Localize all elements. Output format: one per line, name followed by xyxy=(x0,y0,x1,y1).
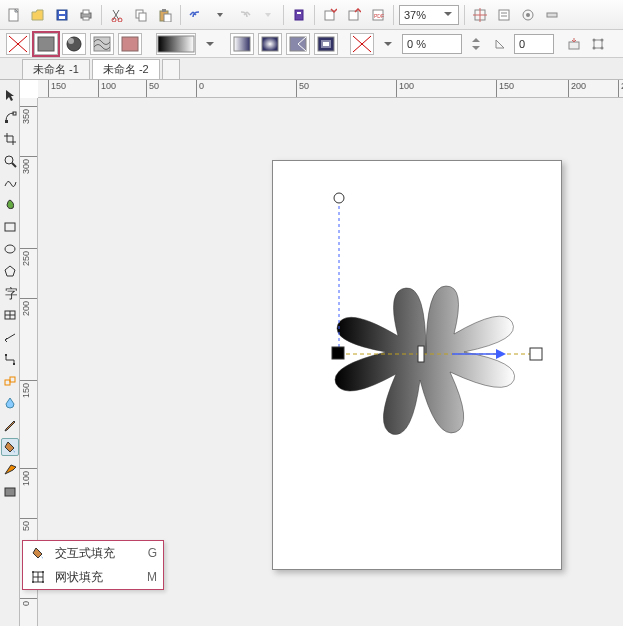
svg-rect-17 xyxy=(349,11,358,20)
svg-rect-14 xyxy=(295,10,303,20)
svg-point-48 xyxy=(601,38,604,41)
open-button[interactable] xyxy=(27,4,49,26)
text-tool[interactable]: 字 xyxy=(1,284,19,302)
svg-point-33 xyxy=(68,38,74,44)
grad-type-conical[interactable] xyxy=(286,33,310,55)
more-button[interactable] xyxy=(541,4,563,26)
tab-more[interactable] xyxy=(162,59,180,79)
ellipse-tool[interactable] xyxy=(1,240,19,258)
separator xyxy=(314,5,315,25)
print-button[interactable] xyxy=(75,4,97,26)
fill-pattern-swatch[interactable] xyxy=(90,33,114,55)
outline-tool[interactable] xyxy=(1,460,19,478)
fill-tool[interactable] xyxy=(1,482,19,500)
svg-rect-36 xyxy=(158,36,194,52)
svg-text:PDF: PDF xyxy=(374,13,384,19)
angle-icon xyxy=(489,33,511,55)
tab-doc-2[interactable]: 未命名 -2 xyxy=(92,59,160,79)
grad-type-radial[interactable] xyxy=(258,33,282,55)
tab-label: 未命名 -1 xyxy=(33,62,79,77)
fill-fountain-swatch[interactable] xyxy=(62,33,86,55)
chevron-down-icon xyxy=(444,11,454,19)
import-button[interactable] xyxy=(319,4,341,26)
smart-fill-tool[interactable] xyxy=(1,196,19,214)
grad-type-square[interactable] xyxy=(314,33,338,55)
horizontal-ruler: 15010050050100150200250 xyxy=(38,80,623,98)
paste-button[interactable] xyxy=(154,4,176,26)
svg-point-49 xyxy=(593,46,596,49)
gradient-preset[interactable] xyxy=(156,33,196,55)
fill-texture-swatch[interactable] xyxy=(118,33,142,55)
separator xyxy=(393,5,394,25)
copy-button[interactable] xyxy=(130,4,152,26)
node-position-spinner[interactable]: 0 % xyxy=(402,34,462,54)
zoom-combo[interactable]: 37% xyxy=(399,5,459,25)
svg-rect-64 xyxy=(5,380,10,385)
dimension-tool[interactable] xyxy=(1,328,19,346)
svg-point-77 xyxy=(32,571,34,573)
snap-button[interactable] xyxy=(469,4,491,26)
svg-text:字: 字 xyxy=(5,286,17,300)
property-bar: 0 % 0 xyxy=(0,30,623,58)
spinner-up-icon[interactable] xyxy=(465,33,487,55)
tab-label: 未命名 -2 xyxy=(103,62,149,77)
svg-rect-38 xyxy=(262,37,278,51)
flyout-shortcut: M xyxy=(147,570,157,584)
save-button[interactable] xyxy=(51,4,73,26)
blend-tool[interactable] xyxy=(1,372,19,390)
node-color-dropdown[interactable] xyxy=(377,33,399,55)
undo-dropdown[interactable] xyxy=(209,4,231,26)
tab-doc-1[interactable]: 未命名 -1 xyxy=(22,59,90,79)
options-button[interactable] xyxy=(493,4,515,26)
new-button[interactable] xyxy=(3,4,25,26)
svg-rect-6 xyxy=(83,17,89,20)
freehand-tool[interactable] xyxy=(1,174,19,192)
angle-value: 0 xyxy=(519,38,525,50)
svg-rect-23 xyxy=(499,10,509,20)
fill-none-swatch[interactable] xyxy=(6,33,30,55)
connector-tool[interactable] xyxy=(1,350,19,368)
svg-point-78 xyxy=(42,571,44,573)
svg-rect-35 xyxy=(122,37,138,51)
svg-point-47 xyxy=(593,38,596,41)
zoom-tool[interactable] xyxy=(1,152,19,170)
copy-fill-button[interactable] xyxy=(563,33,585,55)
launch-button[interactable] xyxy=(517,4,539,26)
rectangle-tool[interactable] xyxy=(1,218,19,236)
flyout-interactive-fill[interactable]: 交互式填充 G xyxy=(23,541,163,565)
crop-tool[interactable] xyxy=(1,130,19,148)
fill-uniform-swatch[interactable] xyxy=(34,33,58,55)
table-tool[interactable] xyxy=(1,306,19,324)
fill-tool-flyout: 交互式填充 G 网状填充 M xyxy=(22,540,164,590)
svg-line-54 xyxy=(12,163,16,167)
svg-rect-66 xyxy=(5,488,15,496)
eyedropper-tool[interactable] xyxy=(1,416,19,434)
svg-rect-37 xyxy=(234,37,250,51)
search-button[interactable] xyxy=(288,4,310,26)
main-toolbar: PDF 37% xyxy=(0,0,623,30)
flower-shape[interactable] xyxy=(318,246,534,462)
grad-type-linear[interactable] xyxy=(230,33,254,55)
polygon-tool[interactable] xyxy=(1,262,19,280)
pick-tool[interactable] xyxy=(1,86,19,104)
angle-spinner[interactable]: 0 xyxy=(514,34,554,54)
svg-rect-16 xyxy=(325,11,334,20)
export-button[interactable] xyxy=(343,4,365,26)
svg-rect-63 xyxy=(13,363,15,365)
shape-tool[interactable] xyxy=(1,108,19,126)
svg-rect-10 xyxy=(139,13,146,21)
gradient-dropdown[interactable] xyxy=(199,33,221,55)
pdf-button[interactable]: PDF xyxy=(367,4,389,26)
svg-rect-2 xyxy=(59,11,65,14)
redo-button[interactable] xyxy=(233,4,255,26)
free-transform-button[interactable] xyxy=(587,33,609,55)
transparency-tool[interactable] xyxy=(1,394,19,412)
interactive-fill-tool[interactable] xyxy=(1,438,19,456)
redo-dropdown[interactable] xyxy=(257,4,279,26)
cut-button[interactable] xyxy=(106,4,128,26)
bucket-icon xyxy=(29,544,47,562)
undo-button[interactable] xyxy=(185,4,207,26)
svg-point-56 xyxy=(5,245,15,253)
node-color-swatch[interactable] xyxy=(350,33,374,55)
flyout-mesh-fill[interactable]: 网状填充 M xyxy=(23,565,163,589)
